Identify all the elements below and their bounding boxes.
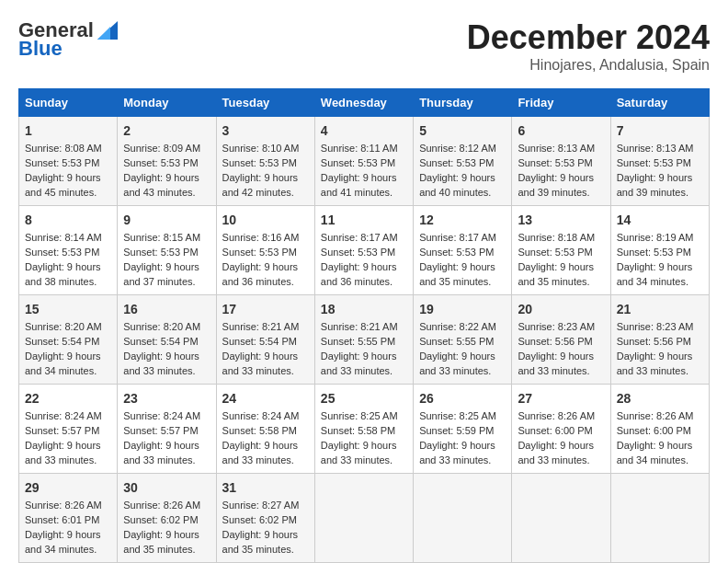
logo-arrow-icon — [97, 21, 118, 40]
table-row: 8Sunrise: 8:14 AMSunset: 5:53 PMDaylight… — [19, 206, 118, 295]
day-number: 2 — [123, 121, 210, 140]
logo: General Blue — [18, 18, 118, 61]
page-subtitle: Hinojares, Andalusia, Spain — [467, 57, 710, 74]
day-number: 23 — [123, 389, 210, 408]
day-number: 27 — [518, 389, 604, 408]
table-row: 17Sunrise: 8:21 AMSunset: 5:54 PMDayligh… — [216, 295, 314, 385]
table-row: 3Sunrise: 8:10 AMSunset: 5:53 PMDaylight… — [216, 117, 314, 206]
day-info: Daylight: 9 hours — [25, 528, 111, 543]
day-number: 4 — [321, 121, 407, 140]
day-number: 12 — [419, 211, 506, 229]
day-info: and 33 minutes. — [222, 364, 309, 379]
day-number: 17 — [222, 300, 309, 318]
day-number: 16 — [123, 300, 210, 318]
table-row: 2Sunrise: 8:09 AMSunset: 5:53 PMDaylight… — [118, 117, 216, 206]
table-row: 13Sunrise: 8:18 AMSunset: 5:53 PMDayligh… — [512, 206, 610, 295]
day-info: Sunrise: 8:23 AM — [518, 320, 604, 335]
day-info: Sunset: 5:56 PM — [617, 335, 703, 350]
day-info: and 35 minutes. — [123, 543, 210, 557]
day-info: Sunset: 5:57 PM — [123, 424, 210, 439]
day-info: Sunrise: 8:15 AM — [123, 231, 210, 246]
day-info: Sunset: 5:57 PM — [25, 424, 111, 439]
week-row: 15Sunrise: 8:20 AMSunset: 5:54 PMDayligh… — [19, 295, 710, 385]
day-info: and 33 minutes. — [419, 454, 506, 468]
day-number: 6 — [518, 121, 604, 140]
day-info: and 33 minutes. — [123, 364, 210, 379]
table-row: 18Sunrise: 8:21 AMSunset: 5:55 PMDayligh… — [314, 295, 413, 385]
day-info: Sunrise: 8:24 AM — [25, 409, 111, 424]
day-number: 10 — [222, 211, 309, 229]
day-number: 15 — [25, 300, 111, 318]
table-row: 10Sunrise: 8:16 AMSunset: 5:53 PMDayligh… — [216, 206, 314, 295]
day-info: Daylight: 9 hours — [617, 350, 703, 364]
day-number: 29 — [25, 478, 111, 497]
day-info: Daylight: 9 hours — [222, 350, 309, 364]
day-info: Sunrise: 8:24 AM — [123, 409, 210, 424]
day-number: 13 — [518, 211, 604, 229]
day-number: 22 — [25, 389, 111, 408]
day-info: Daylight: 9 hours — [321, 439, 407, 454]
day-info: Sunset: 5:58 PM — [321, 424, 407, 439]
table-row: 27Sunrise: 8:26 AMSunset: 6:00 PMDayligh… — [512, 385, 610, 474]
day-number: 20 — [518, 300, 604, 318]
day-info: Sunset: 5:53 PM — [419, 246, 506, 260]
table-row — [414, 474, 512, 563]
table-row: 1Sunrise: 8:08 AMSunset: 5:53 PMDaylight… — [19, 117, 118, 206]
week-row: 22Sunrise: 8:24 AMSunset: 5:57 PMDayligh… — [19, 385, 710, 474]
day-info: and 43 minutes. — [123, 186, 210, 201]
day-info: Sunrise: 8:21 AM — [321, 320, 407, 335]
day-info: Sunrise: 8:17 AM — [419, 231, 506, 246]
table-row: 29Sunrise: 8:26 AMSunset: 6:01 PMDayligh… — [19, 474, 118, 563]
table-row: 30Sunrise: 8:26 AMSunset: 6:02 PMDayligh… — [118, 474, 216, 563]
day-info: Sunrise: 8:26 AM — [518, 409, 604, 424]
day-info: Sunset: 5:55 PM — [419, 335, 506, 350]
week-row: 1Sunrise: 8:08 AMSunset: 5:53 PMDaylight… — [19, 117, 710, 206]
day-number: 30 — [123, 478, 210, 497]
day-info: Daylight: 9 hours — [518, 260, 604, 275]
day-info: Sunrise: 8:23 AM — [617, 320, 703, 335]
day-info: Daylight: 9 hours — [321, 260, 407, 275]
day-info: Sunset: 5:55 PM — [321, 335, 407, 350]
table-row: 25Sunrise: 8:25 AMSunset: 5:58 PMDayligh… — [314, 385, 413, 474]
table-row: 14Sunrise: 8:19 AMSunset: 5:53 PMDayligh… — [610, 206, 709, 295]
day-number: 18 — [321, 300, 407, 318]
table-row: 20Sunrise: 8:23 AMSunset: 5:56 PMDayligh… — [512, 295, 610, 385]
day-info: and 35 minutes. — [222, 543, 309, 557]
col-header-thursday: Thursday — [414, 89, 512, 117]
table-row: 7Sunrise: 8:13 AMSunset: 5:53 PMDaylight… — [610, 117, 709, 206]
table-row: 23Sunrise: 8:24 AMSunset: 5:57 PMDayligh… — [118, 385, 216, 474]
day-info: and 35 minutes. — [518, 275, 604, 290]
day-info: Daylight: 9 hours — [222, 171, 309, 186]
table-row: 24Sunrise: 8:24 AMSunset: 5:58 PMDayligh… — [216, 385, 314, 474]
day-info: Sunrise: 8:25 AM — [321, 409, 407, 424]
table-row: 9Sunrise: 8:15 AMSunset: 5:53 PMDaylight… — [118, 206, 216, 295]
day-number: 25 — [321, 389, 407, 408]
day-info: and 34 minutes. — [617, 275, 703, 290]
table-row: 4Sunrise: 8:11 AMSunset: 5:53 PMDaylight… — [314, 117, 413, 206]
day-info: and 33 minutes. — [321, 364, 407, 379]
day-number: 9 — [123, 211, 210, 229]
day-number: 3 — [222, 121, 309, 140]
day-info: Sunset: 5:53 PM — [25, 156, 111, 171]
day-info: and 34 minutes. — [25, 364, 111, 379]
day-info: Sunrise: 8:26 AM — [123, 499, 210, 513]
table-row: 5Sunrise: 8:12 AMSunset: 5:53 PMDaylight… — [414, 117, 512, 206]
day-number: 31 — [222, 478, 309, 497]
day-number: 26 — [419, 389, 506, 408]
day-info: Daylight: 9 hours — [222, 439, 309, 454]
day-number: 19 — [419, 300, 506, 318]
day-info: Sunset: 6:02 PM — [123, 513, 210, 528]
table-row: 11Sunrise: 8:17 AMSunset: 5:53 PMDayligh… — [314, 206, 413, 295]
day-info: and 33 minutes. — [222, 454, 309, 468]
day-number: 28 — [617, 389, 703, 408]
day-info: Daylight: 9 hours — [25, 260, 111, 275]
logo-blue: Blue — [18, 37, 63, 61]
day-info: and 39 minutes. — [518, 186, 604, 201]
day-info: Sunrise: 8:17 AM — [321, 231, 407, 246]
day-info: Daylight: 9 hours — [123, 260, 210, 275]
day-info: Sunset: 5:53 PM — [419, 156, 506, 171]
week-row: 29Sunrise: 8:26 AMSunset: 6:01 PMDayligh… — [19, 474, 710, 563]
day-info: Sunset: 5:53 PM — [222, 156, 309, 171]
day-info: Sunset: 5:56 PM — [518, 335, 604, 350]
day-info: and 36 minutes. — [222, 275, 309, 290]
